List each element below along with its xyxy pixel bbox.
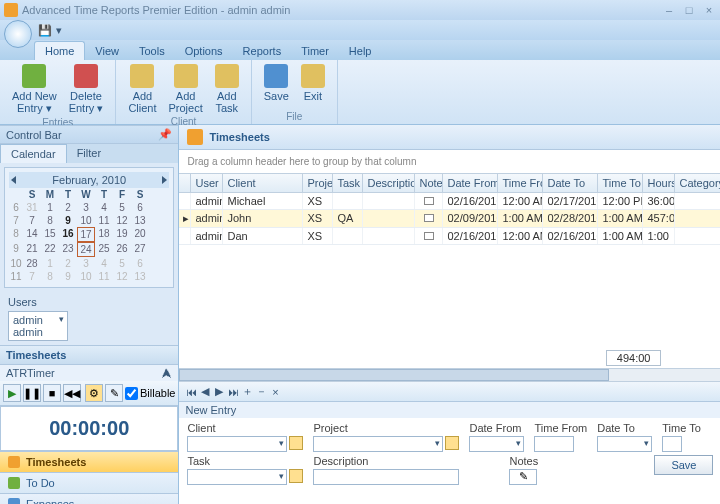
nav-prev-button[interactable]: ◀ — [199, 385, 211, 398]
add-new-entry-button[interactable]: Add New Entry ▾ — [6, 62, 63, 117]
nav-next-button[interactable]: ▶ — [213, 385, 225, 398]
col-client[interactable]: Client — [223, 174, 303, 192]
col-date-to[interactable]: Date To — [543, 174, 598, 192]
calendar-day[interactable]: 27 — [131, 242, 149, 257]
calendar-day[interactable]: 15 — [41, 227, 59, 242]
tab-reports[interactable]: Reports — [233, 42, 292, 60]
calendar-day[interactable]: 8 — [41, 214, 59, 227]
nav-delete-button[interactable]: － — [255, 384, 267, 399]
rewind-button[interactable]: ◀◀ — [63, 384, 81, 402]
col-notes[interactable]: Notes — [415, 174, 443, 192]
tab-view[interactable]: View — [85, 42, 129, 60]
calendar-day[interactable]: 13 — [131, 214, 149, 227]
calendar-day[interactable]: 4 — [95, 257, 113, 270]
calendar-day[interactable]: 2 — [59, 257, 77, 270]
app-orb-button[interactable] — [4, 20, 32, 48]
calendar-day[interactable]: 4 — [95, 201, 113, 214]
save-icon[interactable]: 💾 — [38, 24, 52, 37]
timer-action-a-button[interactable]: ⚙ — [85, 384, 103, 402]
nav-first-button[interactable]: ⏮ — [185, 386, 197, 398]
close-button[interactable]: × — [702, 4, 716, 16]
timer-action-b-button[interactable]: ✎ — [105, 384, 123, 402]
calendar-day[interactable]: 10 — [77, 270, 95, 283]
calendar-day[interactable]: 31 — [23, 201, 41, 214]
calendar-day[interactable]: 9 — [59, 270, 77, 283]
play-button[interactable]: ▶ — [3, 384, 21, 402]
calendar-day[interactable]: 26 — [113, 242, 131, 257]
add-client-button[interactable]: Add Client — [122, 62, 162, 116]
col-project[interactable]: Project — [303, 174, 333, 192]
calendar-day[interactable]: 12 — [113, 270, 131, 283]
delete-entry-button[interactable]: Delete Entry ▾ — [63, 62, 110, 117]
calendar-tab[interactable]: Calendar — [0, 144, 67, 163]
col-task[interactable]: Task — [333, 174, 363, 192]
calendar-day[interactable]: 6 — [131, 257, 149, 270]
calendar-day[interactable]: 7 — [23, 270, 41, 283]
task-input[interactable] — [187, 469, 287, 485]
group-by-hint[interactable]: Drag a column header here to group by th… — [179, 150, 720, 173]
tab-options[interactable]: Options — [175, 42, 233, 60]
nav-timesheets[interactable]: Timesheets — [0, 451, 178, 472]
col-date-from[interactable]: Date From — [443, 174, 498, 192]
calendar-day[interactable]: 11 — [95, 214, 113, 227]
calendar-day[interactable]: 3 — [77, 201, 95, 214]
project-picker-button[interactable] — [445, 436, 459, 450]
calendar-day[interactable]: 14 — [23, 227, 41, 242]
tab-tools[interactable]: Tools — [129, 42, 175, 60]
col-user[interactable]: User — [191, 174, 223, 192]
date-from-input[interactable] — [469, 436, 524, 452]
calendar-day[interactable]: 3 — [77, 257, 95, 270]
col-hours[interactable]: Hours — [643, 174, 675, 192]
calendar-day[interactable]: 19 — [113, 227, 131, 242]
calendar-day[interactable]: 6 — [131, 201, 149, 214]
qat-dropdown-icon[interactable]: ▾ — [56, 24, 62, 37]
add-task-button[interactable]: Add Task — [209, 62, 245, 116]
next-month-button[interactable] — [162, 176, 167, 184]
maximize-button[interactable]: □ — [682, 4, 696, 16]
calendar-day[interactable]: 5 — [113, 257, 131, 270]
calendar-day[interactable]: 9 — [59, 214, 77, 227]
project-input[interactable] — [313, 436, 443, 452]
col-time-from[interactable]: Time From — [498, 174, 543, 192]
table-row[interactable]: adminMichaelXS02/16/201012:00 AM02/17/20… — [179, 193, 720, 210]
calendar-widget[interactable]: February, 2010 SMTWTFS631123456778910111… — [4, 167, 174, 288]
calendar-day[interactable]: 5 — [113, 201, 131, 214]
time-from-input[interactable] — [534, 436, 574, 452]
col-time-to[interactable]: Time To — [598, 174, 643, 192]
nav-add-button[interactable]: ＋ — [241, 384, 253, 399]
task-picker-button[interactable] — [289, 469, 303, 483]
calendar-day[interactable]: 20 — [131, 227, 149, 242]
entry-save-button[interactable]: Save — [654, 455, 713, 475]
billable-checkbox[interactable] — [125, 387, 138, 400]
calendar-day[interactable]: 22 — [41, 242, 59, 257]
exit-button[interactable]: Exit — [295, 62, 331, 111]
nav-expenses[interactable]: Expenses — [0, 493, 178, 504]
table-row[interactable]: adminDanXS02/16/201012:00 AM02/16/20101:… — [179, 228, 720, 245]
nav-cancel-button[interactable]: × — [269, 386, 281, 398]
date-to-input[interactable] — [597, 436, 652, 452]
client-input[interactable] — [187, 436, 287, 452]
notes-button[interactable]: ✎ — [509, 469, 537, 485]
prev-month-button[interactable] — [11, 176, 16, 184]
users-combo[interactable]: admin admin — [8, 311, 68, 341]
calendar-day[interactable]: 16 — [59, 227, 77, 242]
pause-button[interactable]: ❚❚ — [23, 384, 41, 402]
calendar-day[interactable]: 24 — [77, 242, 95, 257]
calendar-day[interactable]: 2 — [59, 201, 77, 214]
calendar-day[interactable]: 28 — [23, 257, 41, 270]
nav-last-button[interactable]: ⏭ — [227, 386, 239, 398]
save-button[interactable]: Save — [258, 62, 295, 111]
time-to-input[interactable] — [662, 436, 682, 452]
minimize-button[interactable]: – — [662, 4, 676, 16]
calendar-day[interactable]: 7 — [23, 214, 41, 227]
table-row[interactable]: ▸adminJohnXSQA02/09/20101:00 AM02/28/201… — [179, 210, 720, 228]
col-category[interactable]: Category — [675, 174, 720, 192]
client-picker-button[interactable] — [289, 436, 303, 450]
stop-button[interactable]: ■ — [43, 384, 61, 402]
calendar-day[interactable]: 8 — [41, 270, 59, 283]
col-description[interactable]: Description — [363, 174, 415, 192]
tab-help[interactable]: Help — [339, 42, 382, 60]
calendar-day[interactable]: 18 — [95, 227, 113, 242]
nav-todo[interactable]: To Do — [0, 472, 178, 493]
tab-home[interactable]: Home — [34, 41, 85, 60]
